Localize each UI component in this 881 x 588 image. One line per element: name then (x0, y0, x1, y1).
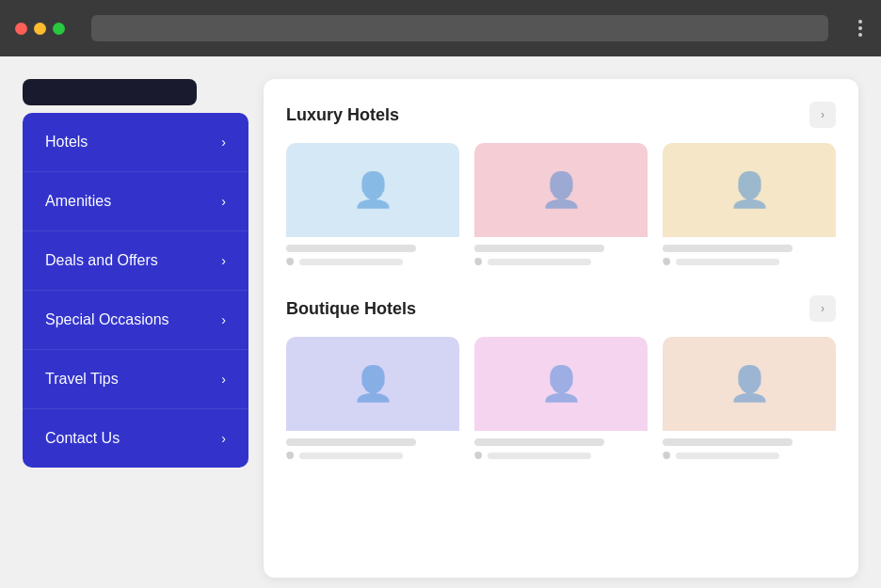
chevron-right-icon: › (221, 312, 226, 327)
card-subtitle-row (286, 258, 459, 265)
card-subtitle-row (474, 258, 648, 265)
card-subtitle-placeholder (299, 259, 403, 265)
chevron-right-icon: › (221, 431, 226, 446)
kebab-dot (858, 20, 862, 24)
card-title-placeholder (474, 438, 604, 446)
card-rating-dot (286, 258, 294, 265)
card-lux-1[interactable]: 👤 (286, 143, 459, 269)
person-icon: 👤 (540, 364, 583, 404)
person-icon: 👤 (729, 364, 771, 404)
sidebar-item-label: Hotels (45, 134, 88, 151)
chevron-right-icon: › (221, 135, 226, 150)
card-subtitle-row (474, 452, 648, 459)
sidebar-item-label: Amenities (45, 193, 111, 210)
card-info (663, 237, 836, 269)
card-subtitle-placeholder (488, 453, 591, 459)
sidebar-item-label: Contact Us (45, 430, 120, 447)
card-image: 👤 (663, 337, 836, 431)
card-info (286, 237, 459, 269)
person-icon: 👤 (352, 170, 394, 210)
address-bar[interactable] (91, 15, 828, 41)
sidebar-item-special-occasions[interactable]: Special Occasions › (23, 291, 248, 350)
cards-grid-boutique-hotels: 👤 👤 (286, 337, 836, 463)
card-bout-3[interactable]: 👤 (663, 337, 836, 463)
card-info (474, 237, 648, 269)
sidebar-item-label: Special Occasions (45, 311, 169, 328)
minimize-button[interactable] (34, 23, 46, 35)
chevron-right-icon: › (221, 253, 226, 268)
sidebar-item-label: Travel Tips (45, 371, 119, 388)
chevron-right-icon: › (221, 372, 226, 387)
card-lux-2[interactable]: 👤 (474, 143, 648, 269)
card-info (286, 431, 459, 463)
person-icon: 👤 (352, 364, 394, 404)
section-title: Boutique Hotels (286, 299, 416, 319)
card-rating-dot (663, 258, 670, 265)
card-title-placeholder (286, 245, 416, 252)
person-icon: 👤 (729, 170, 771, 210)
browse-button[interactable] (23, 79, 197, 105)
card-title-placeholder (663, 438, 793, 446)
card-info (663, 431, 836, 463)
sidebar-item-amenities[interactable]: Amenities › (23, 172, 248, 231)
section-header-luxury-hotels: Luxury Hotels › (286, 102, 836, 128)
card-subtitle-placeholder (488, 259, 591, 265)
card-rating-dot (663, 452, 670, 459)
card-subtitle-placeholder (676, 453, 779, 459)
section-title: Luxury Hotels (286, 105, 399, 125)
card-image: 👤 (474, 337, 648, 431)
maximize-button[interactable] (53, 23, 65, 35)
card-subtitle-row (286, 452, 459, 459)
card-rating-dot (286, 452, 294, 459)
card-bout-2[interactable]: 👤 (474, 337, 648, 463)
card-lux-3[interactable]: 👤 (663, 143, 836, 269)
card-image: 👤 (474, 143, 648, 237)
card-subtitle-placeholder (676, 259, 779, 265)
sidebar-item-label: Deals and Offers (45, 252, 158, 269)
card-title-placeholder (663, 245, 793, 252)
sidebar-item-deals-and-offers[interactable]: Deals and Offers › (23, 231, 248, 291)
card-rating-dot (474, 258, 482, 265)
nav-menu: Hotels › Amenities › Deals and Offers › … (23, 113, 248, 468)
sidebar-item-contact-us[interactable]: Contact Us › (23, 409, 248, 468)
section-header-boutique-hotels: Boutique Hotels › (286, 295, 836, 322)
traffic-lights (15, 23, 65, 35)
section-arrow-button[interactable]: › (809, 295, 836, 322)
content-panel: Luxury Hotels › 👤 👤 (264, 79, 858, 578)
section-arrow-button[interactable]: › (809, 102, 836, 128)
card-image: 👤 (286, 143, 459, 237)
card-title-placeholder (286, 438, 416, 446)
browser-chrome (0, 0, 881, 56)
main-area: Hotels › Amenities › Deals and Offers › … (0, 56, 881, 588)
kebab-dot (858, 33, 862, 37)
person-icon: 👤 (540, 170, 583, 210)
card-rating-dot (474, 452, 482, 459)
card-image: 👤 (286, 337, 459, 431)
card-title-placeholder (474, 245, 604, 252)
kebab-dot (858, 26, 862, 30)
more-options-button[interactable] (855, 16, 866, 40)
sidebar-item-travel-tips[interactable]: Travel Tips › (23, 350, 248, 409)
card-subtitle-row (663, 258, 836, 265)
sidebar-item-hotels[interactable]: Hotels › (23, 113, 248, 172)
sidebar: Hotels › Amenities › Deals and Offers › … (23, 79, 248, 468)
card-image: 👤 (663, 143, 836, 237)
section-boutique-hotels: Boutique Hotels › 👤 👤 (286, 295, 836, 463)
card-info (474, 431, 648, 463)
cards-grid-luxury-hotels: 👤 👤 (286, 143, 836, 269)
close-button[interactable] (15, 23, 27, 35)
card-subtitle-placeholder (299, 453, 403, 459)
card-subtitle-row (663, 452, 836, 459)
chevron-right-icon: › (221, 194, 226, 209)
section-luxury-hotels: Luxury Hotels › 👤 👤 (286, 102, 836, 269)
card-bout-1[interactable]: 👤 (286, 337, 459, 463)
